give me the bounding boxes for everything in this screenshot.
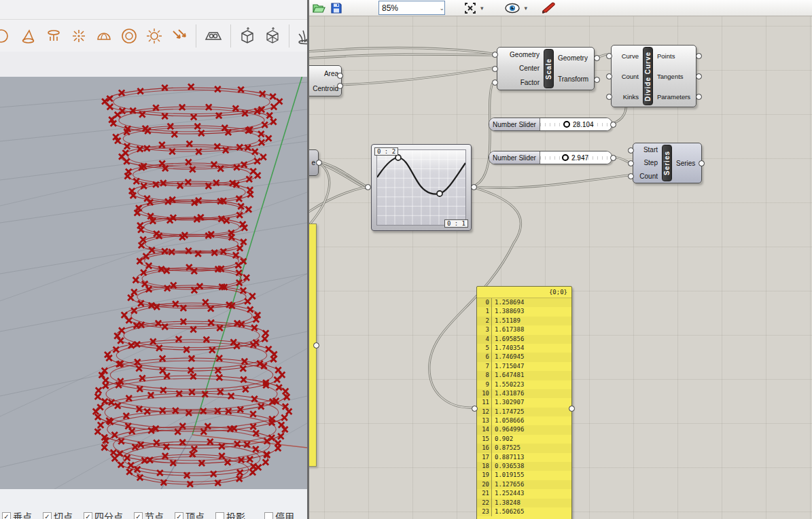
graph-mapper-component[interactable]: 0 : 2 0 : 1 (371, 144, 472, 231)
scale-transform-out-nub[interactable] (594, 77, 600, 83)
wire-box-icon[interactable] (264, 27, 281, 45)
point-light-icon[interactable] (70, 27, 88, 45)
save-icon[interactable] (330, 1, 343, 15)
series-out-nub[interactable] (699, 160, 705, 166)
sun-icon[interactable] (145, 27, 163, 45)
number-slider-1-label: Number Slider (489, 118, 540, 130)
divide-input-count: Count (622, 73, 639, 80)
osnap-item[interactable]: ✓四分点 (84, 509, 123, 519)
curve-param-output-nub[interactable] (316, 160, 322, 166)
area-component[interactable]: Area Centroid (309, 65, 342, 96)
rhino-status-area: ✓垂点✓切点✓四分点✓节点✓顶点投影停用 (0, 489, 307, 519)
divide-curve-component[interactable]: Curve Count Kinks Divide Curve Points Ta… (611, 45, 696, 107)
osnap-item[interactable]: 投影 (215, 509, 245, 519)
sphere-light-icon[interactable] (120, 27, 138, 45)
number-slider-2[interactable]: Number Slider 2.947 (489, 151, 612, 164)
graph-mapper-plot[interactable] (376, 149, 466, 226)
checkbox-icon[interactable]: ✓ (2, 512, 11, 519)
grasshopper-canvas[interactable]: Area Centroid e Geometry Center Factor (309, 16, 812, 519)
point-marker (266, 135, 271, 141)
divide-parameters-out-nub[interactable] (696, 94, 702, 100)
point-marker (251, 325, 257, 330)
panel-row-index: 0 (477, 298, 492, 307)
panel-row: 140.964996 (477, 425, 571, 434)
clipped-panel-output-nub[interactable] (313, 342, 319, 348)
number-slider-2-grip[interactable] (562, 154, 569, 161)
panel-out-nub[interactable] (569, 406, 575, 412)
series-component[interactable]: Start Step Count Series Series (633, 143, 702, 183)
point-marker (154, 440, 159, 446)
osnap-item[interactable]: 停用 (264, 509, 294, 519)
render-ring-icon[interactable] (0, 27, 12, 45)
panel-row: 21.51189 (477, 317, 571, 325)
number-slider-1-out-nub[interactable] (610, 122, 616, 128)
number-slider-2-track[interactable]: 2.947 (540, 151, 612, 164)
point-marker (222, 125, 228, 130)
series-start-in-nub[interactable] (628, 147, 634, 154)
solid-box-icon[interactable] (239, 27, 256, 45)
number-slider-2-out-nub[interactable] (610, 155, 616, 161)
series-step-in-nub[interactable] (628, 160, 634, 166)
panel-row: 150.902 (477, 435, 571, 444)
centroid-output-nub[interactable] (337, 83, 343, 89)
panel-row: 41.695856 (477, 335, 571, 344)
dome-light-icon[interactable] (95, 27, 113, 45)
number-slider-1[interactable]: Number Slider 28.104 (489, 118, 612, 131)
checkbox-icon[interactable]: ✓ (134, 512, 143, 519)
scale-factor-in-nub[interactable] (492, 79, 498, 86)
divide-points-out-nub[interactable] (696, 53, 702, 59)
panel-row: 160.87525 (477, 444, 571, 452)
number-slider-1-grip[interactable] (563, 121, 570, 128)
panel-row-index: 16 (477, 444, 492, 452)
divide-tangents-out-nub[interactable] (696, 73, 702, 79)
lamp-light-icon[interactable] (45, 27, 63, 45)
osnap-item[interactable]: ✓顶点 (175, 509, 205, 519)
scale-geometry-out-nub[interactable] (594, 55, 600, 61)
point-marker (254, 158, 260, 164)
checkbox-icon[interactable] (215, 512, 224, 519)
divide-kinks-in-nub[interactable] (606, 94, 612, 100)
zoom-extents-icon[interactable] (464, 2, 476, 14)
scale-component[interactable]: Geometry Center Factor Scale Geometry Tr… (497, 47, 595, 90)
series-input-step: Step (643, 159, 658, 166)
divide-count-in-nub[interactable] (606, 73, 612, 79)
clipping-plane-icon[interactable] (204, 27, 223, 45)
dropdown-caret-icon[interactable]: ▾ (525, 5, 528, 12)
osnap-item[interactable]: ✓节点 (134, 509, 164, 519)
checkbox-icon[interactable] (264, 512, 273, 519)
point-marker (279, 372, 285, 378)
graph-mapper-out-nub[interactable] (471, 184, 477, 190)
checkbox-icon[interactable]: ✓ (175, 512, 183, 519)
directional-light-icon[interactable] (171, 27, 188, 45)
panel-row: 191.019155 (477, 471, 571, 480)
checkbox-icon[interactable]: ✓ (43, 512, 52, 519)
dropdown-caret-icon[interactable]: ▾ (480, 5, 484, 12)
spotlight-cone-icon[interactable] (20, 27, 37, 45)
zoom-dropdown[interactable]: 85% ⌄ (378, 1, 445, 15)
graph-control-point[interactable] (437, 191, 442, 196)
rhino-viewport[interactable] (0, 77, 307, 489)
panel-row: 201.127656 (477, 480, 571, 489)
divide-curve-in-nub[interactable] (606, 53, 612, 59)
number-slider-1-track[interactable]: 28.104 (540, 118, 612, 130)
data-panel[interactable]: {0;0} 01.25869411.38869321.5118931.61738… (476, 286, 572, 519)
area-output-nub[interactable] (337, 73, 343, 79)
scale-geometry-in-nub[interactable] (492, 52, 498, 58)
grass-icon[interactable] (297, 27, 307, 45)
graph-control-point[interactable] (395, 155, 401, 160)
series-count-in-nub[interactable] (628, 173, 634, 179)
osnap-item[interactable]: ✓垂点 (2, 509, 32, 519)
graph-mapper-in-nub[interactable] (365, 184, 371, 190)
open-folder-icon[interactable] (312, 1, 325, 15)
point-marker (107, 104, 113, 109)
scale-center-in-nub[interactable] (492, 66, 498, 72)
panel-in-nub[interactable] (472, 406, 478, 412)
osnap-item[interactable]: ✓切点 (43, 509, 73, 519)
rhino-gap-strip (0, 52, 307, 77)
point-marker (187, 141, 192, 147)
point-marker (172, 132, 177, 137)
sketch-pen-icon[interactable] (541, 1, 557, 15)
checkbox-icon[interactable]: ✓ (84, 512, 92, 519)
preview-eye-icon[interactable] (504, 2, 520, 14)
point-marker (162, 113, 167, 119)
